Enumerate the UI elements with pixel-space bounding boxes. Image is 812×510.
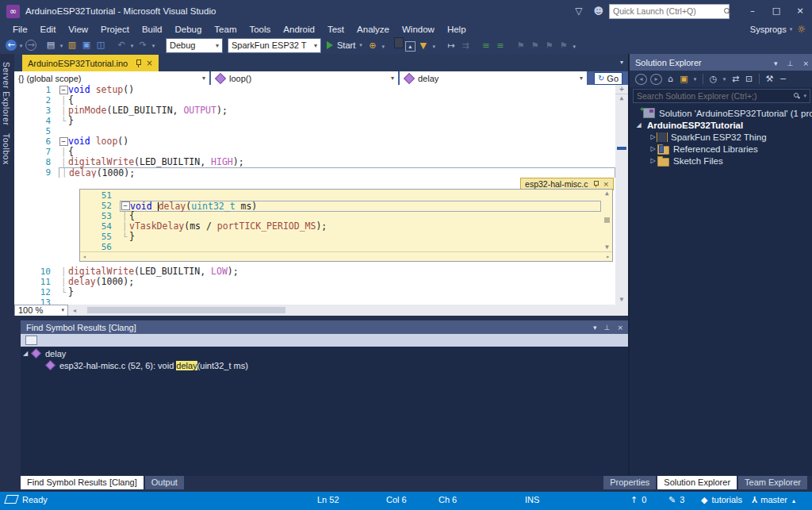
tree-item[interactable]: ▷Referenced Libraries <box>630 143 812 155</box>
search-options-chevron-icon[interactable]: ▾ <box>803 93 806 99</box>
menu-item-tools[interactable]: Tools <box>243 25 277 34</box>
pending-changes-filter-icon[interactable]: ◷ <box>708 74 718 85</box>
forward-icon[interactable]: ▸ <box>650 74 662 85</box>
panel-tab-output[interactable]: Output <box>145 476 184 489</box>
solution-explorer-search-box[interactable]: ▾ <box>633 89 810 103</box>
collapsed-triangle-icon[interactable]: ▷ <box>649 157 657 164</box>
scope-dropdown[interactable]: {} (global scope)▾ <box>14 71 211 85</box>
redo-icon[interactable]: ↷ <box>136 39 149 51</box>
menu-item-debug[interactable]: Debug <box>168 25 208 34</box>
sync-with-active-document-icon[interactable]: ⇄ <box>730 74 741 85</box>
menu-item-build[interactable]: Build <box>136 25 169 34</box>
fold-marker[interactable]: − <box>59 136 68 147</box>
configuration-dropdown[interactable]: Debug▾ <box>166 38 223 53</box>
bookmark-prev-icon[interactable]: ⚑ <box>529 40 542 52</box>
back-icon[interactable]: ← <box>6 40 17 51</box>
bookmark-next-icon[interactable]: ⚑ <box>543 40 556 52</box>
panel-tab-find-symbol-results-clang-[interactable]: Find Symbol Results [Clang] <box>21 476 144 489</box>
undo-icon[interactable]: ↶ <box>115 39 128 51</box>
restore-button[interactable]: □ <box>764 2 788 20</box>
forward-icon[interactable]: → <box>25 40 36 51</box>
pin-icon[interactable]: ⊥ <box>604 324 611 332</box>
peek-horizontal-scrollbar[interactable]: ◂▸ <box>80 251 612 261</box>
document-tab-active[interactable]: ArduinoESP32Tutorial.ino × <box>22 55 159 71</box>
type-dropdown[interactable]: loop()▾ <box>211 71 400 85</box>
member-dropdown[interactable]: delay▾ <box>400 71 588 85</box>
save-all-icon[interactable]: ◫ <box>94 39 107 51</box>
menu-item-file[interactable]: File <box>6 25 34 34</box>
quick-launch-box[interactable] <box>609 4 730 19</box>
new-file-icon[interactable]: ▤ <box>44 39 57 51</box>
code-editor[interactable]: 1−void setup()2│{3│ pinMode(LED_BUILTIN,… <box>14 85 628 305</box>
pin-icon[interactable]: ⊥ <box>787 59 794 67</box>
start-debug-button[interactable]: Start ▾ <box>327 40 362 50</box>
git-unpushed-commits[interactable]: ↑0 <box>630 495 646 505</box>
find-result-row[interactable]: ◢delay <box>21 348 628 359</box>
account-label[interactable]: Sysprogs <box>750 25 787 34</box>
overflow-chevron-icon[interactable]: ▾ <box>18 40 24 52</box>
pin-icon[interactable] <box>593 180 599 188</box>
close-tab-icon[interactable]: × <box>146 59 152 67</box>
menu-item-android[interactable]: Android <box>277 25 321 34</box>
close-panel-icon[interactable]: × <box>617 324 623 332</box>
compare-icon[interactable]: ⇉ <box>459 40 472 52</box>
find-result-row[interactable]: esp32-hal-misc.c (52, 6): void delay(uin… <box>21 360 628 370</box>
save-icon[interactable]: ▣ <box>80 39 93 51</box>
solution-tree[interactable]: Solution 'ArduinoESP32Tutorial' (1 proje… <box>630 105 812 167</box>
indent-prev-icon[interactable]: ≡ <box>480 40 492 52</box>
find-results-title-bar[interactable]: Find Symbol Results [Clang] ▾ ⊥ × <box>21 320 628 334</box>
upload-icon[interactable]: ▴ <box>405 41 416 52</box>
panel-tab-team-explorer[interactable]: Team Explorer <box>738 476 807 489</box>
tree-item[interactable]: ◢ArduinoESP32Tutorial <box>630 119 812 131</box>
fold-box-icon[interactable]: − <box>121 201 130 210</box>
zoom-dropdown[interactable]: 100 %▾ <box>14 305 68 316</box>
quick-launch-input[interactable] <box>610 6 723 16</box>
side-tab-server-explorer[interactable]: Server Explorer <box>0 54 13 125</box>
fold-box-icon[interactable]: − <box>59 86 68 94</box>
tree-item[interactable]: Solution 'ArduinoESP32Tutorial' (1 proje… <box>630 107 812 119</box>
git-branch[interactable]: Ymaster▴ <box>752 495 795 504</box>
collapsed-triangle-icon[interactable]: ▷ <box>649 133 657 140</box>
overflow-chevron-icon[interactable]: ▾ <box>129 40 135 52</box>
menu-item-analyze[interactable]: Analyze <box>350 25 396 34</box>
tree-item[interactable]: ▷SparkFun ESP32 Thing <box>630 131 812 143</box>
properties-wrench-icon[interactable]: ⚒ <box>764 74 775 85</box>
open-folder-icon[interactable]: ▥ <box>66 39 79 51</box>
scrollbar-thumb[interactable] <box>604 217 610 223</box>
bookmark-icon[interactable]: ⚑ <box>515 40 527 52</box>
results-list-icon[interactable] <box>25 336 37 345</box>
menu-item-help[interactable]: Help <box>441 25 473 34</box>
navigate-icon[interactable]: ↦ <box>445 40 458 52</box>
gear-icon[interactable]: ☼ <box>797 24 806 35</box>
chip-icon[interactable] <box>394 37 404 48</box>
solution-explorer-search-input[interactable] <box>634 91 793 101</box>
overflow-chevron-icon[interactable]: ▾ <box>572 41 577 53</box>
collapse-all-icon[interactable]: ⊡ <box>744 74 754 85</box>
expanded-triangle-icon[interactable]: ◢ <box>634 121 643 128</box>
peek-vertical-scrollbar[interactable]: ▲ ▼ <box>602 190 612 251</box>
close-button[interactable]: × <box>788 2 812 20</box>
git-uncommitted-edits[interactable]: ✎3 <box>668 495 684 505</box>
go-button[interactable]: ↻ Go <box>594 72 622 85</box>
overflow-chevron-icon[interactable]: ▾ <box>381 41 386 53</box>
close-peek-icon[interactable]: × <box>603 180 609 188</box>
window-menu-chevron-icon[interactable]: ▾ <box>774 59 778 67</box>
editor-vertical-scrollbar[interactable]: + ▲ ▼ <box>615 85 628 305</box>
find-in-files-icon[interactable]: ⊕ <box>366 40 379 52</box>
solution-explorer-title-bar[interactable]: Solution Explorer ▾ ⊥ × <box>630 54 812 71</box>
menu-item-window[interactable]: Window <box>396 25 441 34</box>
home-icon[interactable]: ⌂ <box>665 74 676 85</box>
find-results-list[interactable]: ◢delayesp32-hal-misc.c (52, 6): void del… <box>21 347 628 476</box>
device-dropdown[interactable]: SparkFun ESP32 T▾ <box>228 38 321 53</box>
filter-icon[interactable]: ▼ <box>417 40 430 52</box>
pin-icon[interactable] <box>135 59 142 67</box>
panel-tab-properties[interactable]: Properties <box>603 476 656 489</box>
switch-views-icon[interactable]: ▣ <box>679 74 689 85</box>
side-tab-toolbox[interactable]: Toolbox <box>0 125 13 165</box>
horizontal-scrollbar-thumb[interactable] <box>87 307 285 313</box>
notifications-flag-icon[interactable]: ▽ <box>575 6 582 17</box>
menu-item-view[interactable]: View <box>62 25 94 34</box>
tab-list-chevron-icon[interactable]: ▾ <box>620 59 623 66</box>
git-repository[interactable]: ◆tutorials <box>701 495 742 505</box>
collapsed-triangle-icon[interactable]: ▷ <box>649 145 657 152</box>
